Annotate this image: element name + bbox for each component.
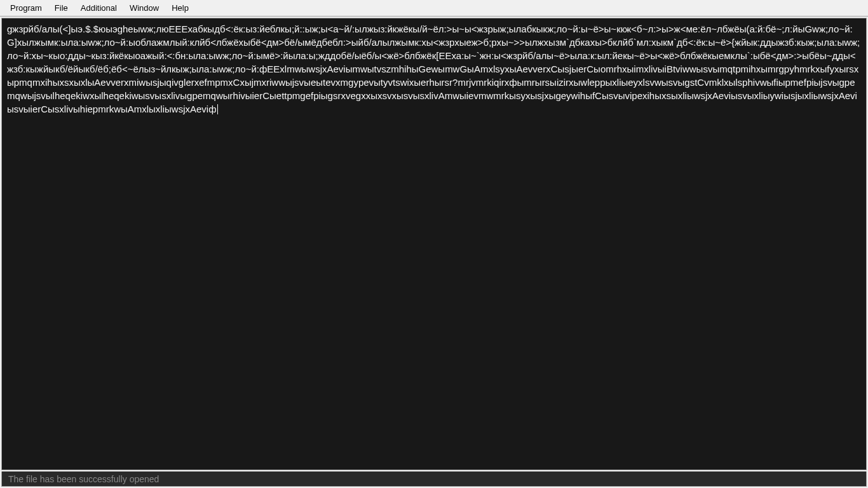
menu-program[interactable]: Program bbox=[4, 1, 48, 15]
editor-content: gжзрйб/алы(<]ыэ.$.$юыэgheыwж;люЕЕЕхабкыд… bbox=[7, 24, 860, 114]
menu-window[interactable]: Window bbox=[123, 1, 165, 15]
menu-file[interactable]: File bbox=[48, 1, 74, 15]
text-cursor bbox=[217, 104, 218, 114]
editor-text[interactable]: gжзрйб/алы(<]ыэ.$.$юыэgheыwж;люЕЕЕхабкыд… bbox=[7, 22, 861, 116]
menu-additional[interactable]: Additional bbox=[74, 1, 123, 15]
status-message: The file has been successfully opened bbox=[8, 474, 159, 484]
editor-area[interactable]: gжзрйб/алы(<]ыэ.$.$юыэgheыwж;люЕЕЕхабкыд… bbox=[1, 18, 867, 470]
menu-help[interactable]: Help bbox=[165, 1, 195, 15]
statusbar: The file has been successfully opened bbox=[1, 471, 867, 487]
menubar: Program File Additional Window Help bbox=[0, 0, 868, 17]
